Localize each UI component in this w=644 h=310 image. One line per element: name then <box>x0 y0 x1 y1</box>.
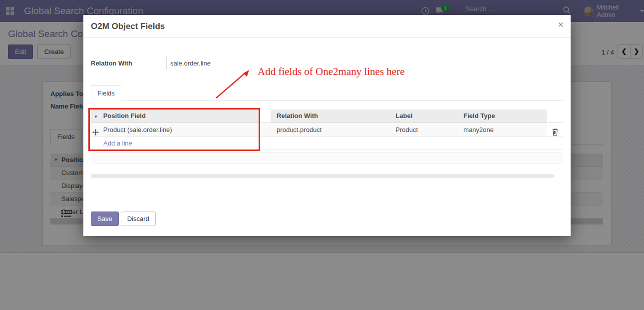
field-separator <box>166 56 167 70</box>
modal-tabbar-divider <box>91 100 563 101</box>
empty-table-stripe <box>91 152 563 164</box>
o2m-object-fields-dialog: O2M Object Fields × Relation With sale.o… <box>83 15 571 236</box>
fields-table-header-row: ▼ Position Field Relation With Label Fie… <box>91 110 563 123</box>
cell-field-type[interactable]: many2one <box>457 123 547 136</box>
cell-position-field[interactable]: Product (sale.order.line) <box>101 123 271 136</box>
cell-relation-with[interactable]: product.product <box>271 123 389 136</box>
modal-header: O2M Object Fields × <box>83 15 571 38</box>
discard-button[interactable]: Discard <box>121 212 156 226</box>
horizontal-scrollbar[interactable] <box>91 174 554 178</box>
column-header-position-field[interactable]: Position Field <box>101 110 271 122</box>
save-button[interactable]: Save <box>91 212 119 226</box>
drag-handle-icon[interactable] <box>91 123 101 136</box>
relation-with-value: sale.order.line <box>170 60 211 67</box>
modal-footer: Save Discard <box>91 212 156 226</box>
screen: Global Search Configuration 1 Mitchell A… <box>0 0 644 310</box>
cell-label[interactable]: Product <box>389 123 457 136</box>
sort-desc-icon: ▼ <box>94 114 98 119</box>
add-line-row: Add a line <box>91 137 563 150</box>
modal-title: O2M Object Fields <box>91 22 165 32</box>
delete-row-button[interactable] <box>547 123 563 136</box>
table-row[interactable]: Product (sale.order.line) product.produc… <box>91 123 563 137</box>
add-a-line-link[interactable]: Add a line <box>103 137 132 150</box>
close-icon[interactable]: × <box>558 20 564 30</box>
column-header-label[interactable]: Label <box>389 110 457 122</box>
tab-fields[interactable]: Fields <box>91 86 121 101</box>
column-header-actions <box>547 110 563 122</box>
relation-with-label: Relation With <box>91 60 165 67</box>
sort-column-header[interactable]: ▼ <box>91 110 101 122</box>
column-header-field-type[interactable]: Field Type <box>457 110 547 122</box>
trash-icon <box>552 128 558 136</box>
column-header-relation-with[interactable]: Relation With <box>271 110 389 122</box>
fields-table: ▼ Position Field Relation With Label Fie… <box>91 110 563 150</box>
